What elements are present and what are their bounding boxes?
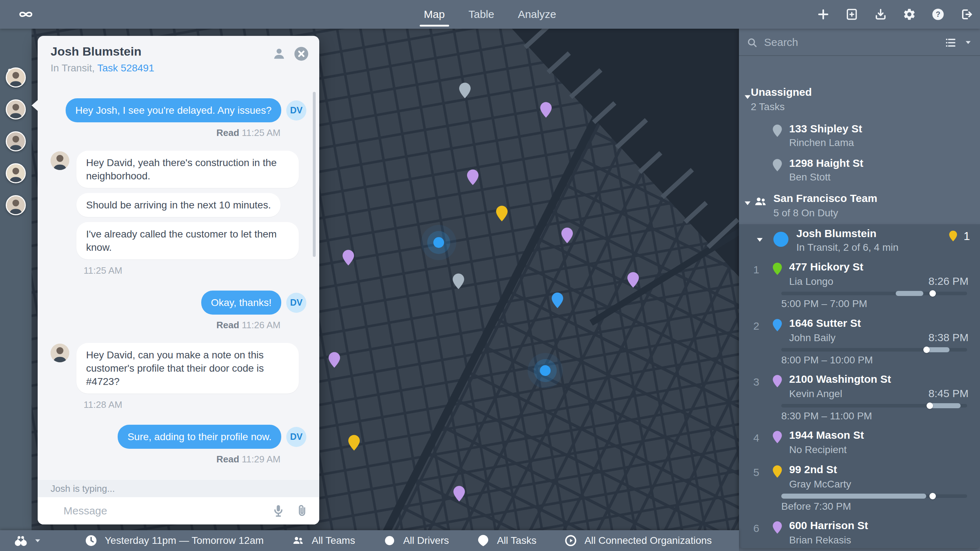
map-pin-blue[interactable] (550, 292, 564, 309)
read-receipt: Read 11:29 AM (216, 454, 280, 465)
map-pin-purple[interactable] (342, 249, 355, 266)
filter-all-drivers[interactable]: All Drivers (383, 534, 449, 547)
time-window-bar (781, 404, 967, 408)
group-title: Unassigned (751, 86, 812, 98)
stop-recipient: Brian Rekasis (789, 535, 851, 546)
tab-table[interactable]: Table (468, 0, 494, 29)
read-receipt: Read 11:25 AM (216, 127, 280, 139)
filter-all-connected-organizations[interactable]: All Connected Organizations (564, 534, 712, 547)
sign-out-icon[interactable] (960, 8, 974, 21)
driver-location-dot[interactable] (540, 365, 550, 376)
stop-time-window: 8:00 PM – 10:00 PM (781, 354, 873, 366)
stop-address: 2100 Washington St (789, 373, 891, 385)
caret-down-icon[interactable] (744, 94, 751, 99)
message-bubble: Should be arriving in the next 10 minute… (76, 193, 280, 217)
time-window-bar (781, 494, 967, 498)
filter-label: All Connected Organizations (584, 535, 712, 546)
map-pin-purple[interactable] (539, 102, 553, 119)
message-outgoing: Okay, thanks!DV (201, 291, 306, 315)
message-outgoing: Sure, adding to their profile now.DV (118, 425, 306, 449)
svg-text:?: ? (935, 10, 940, 19)
filter-label: All Drivers (403, 535, 449, 546)
top-actions: ? (816, 0, 974, 29)
driver-status-dot (773, 232, 788, 247)
map-pin-purple[interactable] (328, 352, 341, 369)
map-pin-gray[interactable] (452, 273, 465, 290)
task-pin-icon (772, 124, 783, 139)
import-tasks-icon[interactable] (845, 8, 859, 21)
org-icon (564, 534, 577, 547)
settings-icon[interactable] (902, 8, 916, 21)
attachment-icon[interactable] (295, 504, 309, 518)
message-timestamp: 11:28 AM (84, 399, 123, 410)
map-pin-yellow[interactable] (347, 435, 361, 452)
help-icon[interactable]: ? (931, 8, 945, 21)
close-icon[interactable] (293, 46, 309, 62)
list-view-icon[interactable] (945, 37, 957, 49)
chevron-down-icon[interactable] (34, 538, 41, 543)
avatar-driver-1[interactable] (6, 67, 26, 88)
tab-map[interactable]: Map (424, 0, 445, 29)
binoculars-icon[interactable] (13, 533, 29, 548)
stop-number: 2 (753, 320, 759, 332)
recipient-icon[interactable] (271, 46, 287, 62)
caret-down-icon[interactable] (756, 237, 763, 242)
map-pin-gray[interactable] (458, 82, 472, 99)
typing-indicator: Josh is typing... (38, 480, 319, 497)
filter-label: All Tasks (497, 535, 536, 546)
microphone-icon[interactable] (271, 504, 286, 518)
stop-pin-icon (772, 318, 783, 334)
avatar-driver-2[interactable] (6, 99, 26, 119)
stop-pin-icon (772, 465, 783, 480)
avatar-driver-3[interactable] (6, 131, 26, 151)
chat-rail (0, 29, 32, 530)
task-recipient: Rinchen Lama (789, 137, 854, 148)
dot-icon (383, 534, 396, 547)
driver-status: In Transit, 2 of 6, 4 min (796, 242, 899, 253)
avatar-driver-4[interactable] (6, 163, 26, 183)
driver-avatar (51, 151, 69, 170)
chat-header: Josh Blumstein In Transit, Task 528491 (38, 36, 319, 83)
clock-icon (85, 534, 97, 547)
map-pin-purple[interactable] (560, 227, 574, 244)
map-pin-yellow[interactable] (495, 205, 509, 222)
group-subtitle: 2 Tasks (751, 101, 784, 113)
filter-all-teams[interactable]: All Teams (292, 534, 355, 547)
message-list: Hey Josh, I see you're delayed. Any issu… (38, 83, 319, 477)
map-pin-purple[interactable] (452, 485, 466, 503)
message-outgoing: Hey Josh, I see you're delayed. Any issu… (66, 98, 306, 122)
filter-bar: Yesterday 11pm — Tomorrow 12amAll TeamsA… (0, 530, 739, 551)
time-window-bar (781, 291, 967, 295)
driver-name: Josh Blumstein (796, 228, 877, 240)
chat-scrollbar[interactable] (313, 92, 316, 257)
map-pin-purple[interactable] (626, 272, 640, 289)
message-input[interactable] (64, 505, 262, 517)
remaining-task-badge: 1 (948, 229, 970, 243)
time-window-bar (781, 348, 967, 352)
dispatcher-avatar: DV (286, 427, 306, 447)
create-task-icon[interactable] (816, 8, 830, 21)
driver-location-dot[interactable] (433, 237, 444, 248)
search-input[interactable] (764, 34, 915, 51)
tab-analyze[interactable]: Analyze (518, 0, 556, 29)
filter-yesterday-11pm-tomorrow-12am[interactable]: Yesterday 11pm — Tomorrow 12am (85, 534, 264, 547)
stop-address: 1646 Sutter St (789, 317, 861, 329)
stop-address: 99 2nd St (789, 463, 837, 476)
message-incoming: Hey David, yeah there's construction in … (51, 151, 299, 188)
pin-icon (477, 534, 490, 547)
stop-eta: 8:26 PM (928, 275, 969, 287)
stop-pin-icon (772, 374, 783, 390)
export-tasks-icon[interactable] (874, 8, 888, 21)
chevron-down-icon[interactable] (964, 40, 972, 45)
stop-recipient: Lia Longo (789, 276, 833, 287)
stop-number: 3 (753, 376, 759, 388)
avatar-driver-5[interactable] (6, 195, 26, 215)
task-sidebar: Unassigned2 Tasks133 Shipley StRinchen L… (739, 29, 980, 551)
map-pin-purple[interactable] (466, 169, 480, 186)
stop-recipient: No Recipient (789, 444, 846, 455)
task-link[interactable]: Task 528491 (97, 62, 154, 73)
chat-status: In Transit, (51, 62, 97, 73)
caret-down-icon[interactable] (744, 200, 751, 205)
stop-time-window: 5:00 PM – 7:00 PM (781, 298, 867, 310)
filter-all-tasks[interactable]: All Tasks (477, 534, 536, 547)
